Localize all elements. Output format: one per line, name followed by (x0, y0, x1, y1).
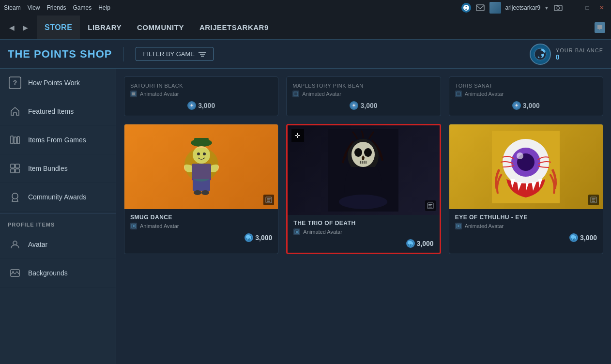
top-card-price-1: ✦ 3,000 (292, 101, 434, 110)
sidebar-item-items-from-games[interactable]: Items From Games (0, 126, 116, 154)
back-button[interactable]: ◀ (6, 22, 17, 33)
price-coin-0 (244, 233, 253, 242)
balance-label: YOUR BALANCE (556, 47, 603, 53)
move-handle-icon[interactable]: ✛ (291, 129, 304, 142)
sidebar-item-item-bundles[interactable]: Item Bundles (0, 154, 116, 183)
trio-of-death-image (288, 125, 439, 215)
menu-help[interactable]: Help (98, 4, 110, 11)
menu-view[interactable]: View (28, 4, 40, 11)
svg-rect-35 (267, 198, 271, 199)
price-coin-2 (569, 233, 578, 242)
books-icon (8, 133, 22, 147)
dropdown-arrow-icon[interactable]: ▼ (544, 5, 549, 11)
top-card-1[interactable]: MAPLESTORY PINK BEAN Animated Avatar ✦ 3… (286, 76, 441, 116)
svg-point-18 (13, 241, 17, 245)
forward-button[interactable]: ▶ (19, 22, 31, 33)
tab-library[interactable]: LIBRARY (80, 15, 129, 39)
bundles-icon (8, 161, 22, 176)
sidebar-item-backgrounds[interactable]: Backgrounds (0, 259, 116, 288)
maximize-button[interactable]: □ (582, 2, 593, 13)
svg-point-61 (517, 152, 523, 159)
svg-rect-45 (358, 161, 368, 164)
home-icon (8, 104, 22, 119)
item-card-eye-cthulhu[interactable]: EYE OF CTHULHU - EYE Animated Avatar (449, 124, 603, 254)
sidebar-item-community-awards[interactable]: Community Awards (0, 183, 116, 212)
trio-type-label: Animated Avatar (303, 229, 342, 235)
svg-rect-3 (556, 5, 558, 6)
tab-username[interactable]: ARIJEETSARKAR9 (192, 15, 276, 39)
top-card-title-2: TORIS SANAT (455, 83, 597, 89)
item-card-smug-dance[interactable]: SMUG DANCE Animated Avatar (124, 124, 278, 254)
smug-dance-type: Animated Avatar (130, 223, 272, 229)
title-bar-right: arijeetsarkar9 ▼ ─ □ ✕ (461, 2, 607, 14)
top-card-type-1: Animated Avatar (292, 91, 434, 97)
svg-rect-63 (592, 198, 596, 199)
nav-bar: ◀ ▶ STORE LIBRARY COMMUNITY ARIJEETSARKA… (0, 15, 611, 40)
svg-rect-37 (267, 201, 270, 202)
svg-point-32 (197, 152, 200, 155)
trio-of-death-art (328, 129, 398, 212)
featured-items-label: Featured Items (28, 107, 74, 115)
svg-rect-64 (592, 200, 595, 201)
svg-rect-13 (11, 164, 15, 168)
menu-friends[interactable]: Friends (46, 4, 66, 11)
eye-cthulhu-image (449, 124, 603, 209)
balance-section: YOUR BALANCE 0 (530, 44, 603, 65)
mail-icon[interactable] (475, 2, 486, 13)
filter-button[interactable]: FILTER BY GAME (136, 47, 213, 61)
balance-text: YOUR BALANCE 0 (556, 47, 603, 61)
sidebar-item-avatar[interactable]: Avatar (0, 230, 116, 259)
filter-label: FILTER BY GAME (143, 50, 194, 58)
title-bar: Steam View Friends Games Help arijeetsar… (0, 0, 611, 15)
username-label[interactable]: arijeetsarkar9 (505, 4, 540, 11)
svg-rect-53 (428, 206, 431, 207)
how-points-work-label: How Points Work (28, 79, 80, 87)
tab-community[interactable]: COMMUNITY (129, 15, 192, 39)
trio-of-death-type: Animated Avatar (293, 228, 433, 235)
top-row: SATOURI IN BLACK Animated Avatar ✦ 3,000 (124, 76, 603, 116)
steam-logo-icon (534, 48, 547, 61)
top-card-price-2: ✦ 3,000 (455, 101, 597, 110)
steam-balance-icon (530, 44, 551, 65)
eye-cthulhu-info: EYE OF CTHULHU - EYE Animated Avatar (449, 209, 603, 247)
svg-point-17 (12, 193, 18, 199)
avatar-profile-icon (8, 237, 22, 252)
sidebar-divider (0, 213, 116, 214)
nav-tabs: STORE LIBRARY COMMUNITY ARIJEETSARKAR9 (37, 15, 276, 39)
avatar-label: Avatar (28, 241, 47, 248)
chat-icon[interactable] (595, 22, 605, 33)
menu-steam[interactable]: Steam (4, 4, 21, 11)
close-button[interactable]: ✕ (596, 2, 607, 13)
menu-games[interactable]: Games (73, 4, 92, 11)
smug-dance-art (172, 131, 230, 203)
svg-rect-1 (554, 5, 562, 11)
screenshot-icon[interactable] (553, 2, 564, 13)
minimize-button[interactable]: ─ (567, 2, 578, 13)
smug-dance-type-label: Animated Avatar (140, 223, 179, 229)
avatar-animated-icon-2 (455, 223, 462, 229)
svg-rect-52 (428, 204, 432, 205)
top-card-title-0: SATOURI IN BLACK (130, 83, 272, 89)
filter-icon (199, 51, 206, 57)
balance-amount: 0 (556, 53, 603, 61)
avatar-icon[interactable] (489, 2, 501, 14)
top-card-2[interactable]: TORIS SANAT Animated Avatar ✦ 3,000 (449, 76, 603, 116)
svg-rect-14 (15, 164, 19, 168)
sidebar-item-featured-items[interactable]: Featured Items (0, 97, 116, 126)
steam-coin-icon-1: ✦ (350, 101, 358, 110)
award-icon (8, 190, 22, 204)
svg-rect-65 (592, 201, 595, 202)
trio-of-death-name: THE TRIO OF DEATH (293, 220, 433, 227)
item-card-trio-of-death[interactable]: ✛ (286, 124, 441, 254)
svg-point-33 (203, 152, 206, 155)
top-card-0[interactable]: SATOURI IN BLACK Animated Avatar ✦ 3,000 (124, 76, 278, 116)
sidebar-item-how-points-work[interactable]: ? How Points Work (0, 69, 116, 97)
top-card-price-0: ✦ 3,000 (130, 101, 272, 110)
tab-store[interactable]: STORE (37, 15, 80, 39)
card-corner-icon-0 (263, 195, 274, 205)
avatar-animated-icon-1 (293, 228, 300, 235)
item-bundles-label: Item Bundles (28, 165, 68, 172)
svg-point-43 (354, 148, 362, 157)
steam-notification-icon[interactable] (461, 3, 471, 13)
svg-rect-22 (294, 92, 298, 96)
